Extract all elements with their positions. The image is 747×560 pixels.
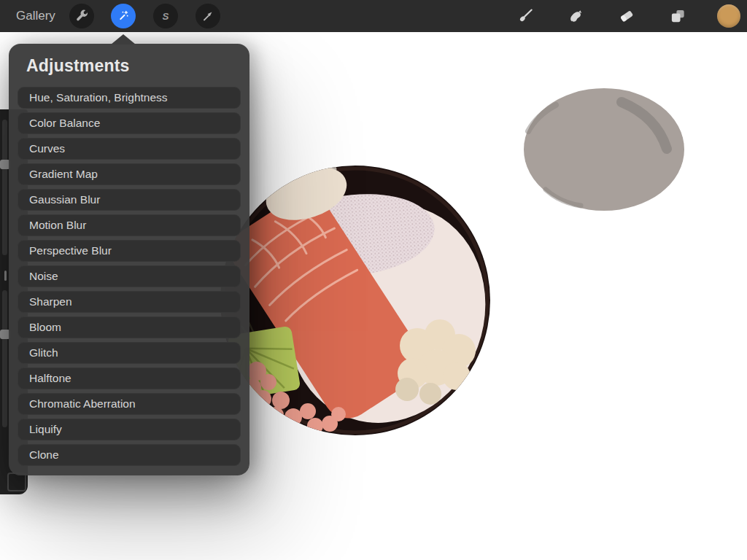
menu-item-gradient-map[interactable]: Gradient Map [18, 163, 241, 185]
menu-item-chromatic-aberration[interactable]: Chromatic Aberration [18, 393, 241, 415]
paintbrush-icon [516, 7, 535, 26]
actions-button[interactable] [69, 4, 94, 28]
menu-item-label: Gaussian Blur [29, 193, 100, 206]
menu-item-label: Gradient Map [29, 168, 98, 181]
menu-item-label: Liquify [29, 423, 62, 436]
menu-item-sharpen[interactable]: Sharpen [18, 291, 241, 313]
menu-item-hue-saturation-brightness[interactable]: Hue, Saturation, Brightness [18, 87, 241, 109]
layers-button[interactable] [665, 3, 691, 29]
menu-item-gaussian-blur[interactable]: Gaussian Blur [18, 189, 241, 211]
menu-item-noise[interactable]: Noise [18, 265, 241, 287]
selection-s-icon: S [158, 9, 173, 23]
adjustments-button[interactable] [111, 4, 136, 28]
menu-item-label: Color Balance [29, 117, 100, 130]
smudge-finger-icon [566, 7, 585, 26]
menu-item-curves[interactable]: Curves [18, 138, 241, 160]
menu-item-label: Motion Blur [29, 219, 86, 232]
color-swatch[interactable] [717, 4, 740, 28]
menu-item-bloom[interactable]: Bloom [18, 316, 241, 338]
magic-wand-icon [116, 9, 131, 23]
menu-item-label: Curves [29, 142, 65, 155]
transform-button[interactable] [196, 4, 220, 28]
brush-opacity-slider[interactable] [2, 290, 7, 427]
menu-item-halftone[interactable]: Halftone [18, 368, 241, 389]
panel-caret [111, 34, 136, 44]
menu-item-label: Glitch [29, 346, 58, 359]
menu-item-motion-blur[interactable]: Motion Blur [18, 214, 241, 236]
menu-item-label: Clone [29, 448, 59, 462]
selection-button[interactable]: S [153, 4, 178, 28]
wrench-icon [74, 9, 89, 23]
panel-title: Adjustments [9, 44, 249, 87]
menu-item-label: Bloom [29, 321, 61, 334]
layers-icon [668, 7, 687, 26]
menu-item-label: Halftone [29, 372, 71, 385]
paint-button[interactable] [512, 3, 538, 29]
svg-text:S: S [163, 11, 169, 22]
sushi-plate [220, 157, 516, 451]
menu-item-liquify[interactable]: Liquify [18, 419, 241, 440]
menu-item-perspective-blur[interactable]: Perspective Blur [18, 240, 241, 262]
modify-button[interactable] [4, 271, 7, 281]
erase-button[interactable] [614, 3, 640, 29]
top-toolbar: Gallery S [0, 0, 747, 32]
gallery-button[interactable]: Gallery [16, 0, 55, 32]
menu-item-label: Sharpen [29, 295, 72, 308]
smudge-button[interactable] [562, 3, 589, 29]
menu-item-label: Hue, Saturation, Brightness [29, 91, 168, 104]
eraser-icon [617, 7, 636, 26]
menu-item-label: Chromatic Aberration [29, 397, 136, 411]
menu-item-label: Noise [29, 270, 58, 283]
menu-item-color-balance[interactable]: Color Balance [18, 112, 241, 134]
brush-size-slider[interactable] [2, 120, 7, 255]
adjustments-panel: Adjustments Hue, Saturation, BrightnessC… [9, 44, 249, 475]
adjustments-menu: Hue, Saturation, BrightnessColor Balance… [18, 87, 241, 466]
gray-oval-sketch [524, 88, 684, 211]
menu-item-clone[interactable]: Clone [18, 444, 241, 466]
menu-item-label: Perspective Blur [29, 244, 112, 257]
transform-arrow-icon [201, 9, 215, 23]
menu-item-glitch[interactable]: Glitch [18, 342, 241, 364]
